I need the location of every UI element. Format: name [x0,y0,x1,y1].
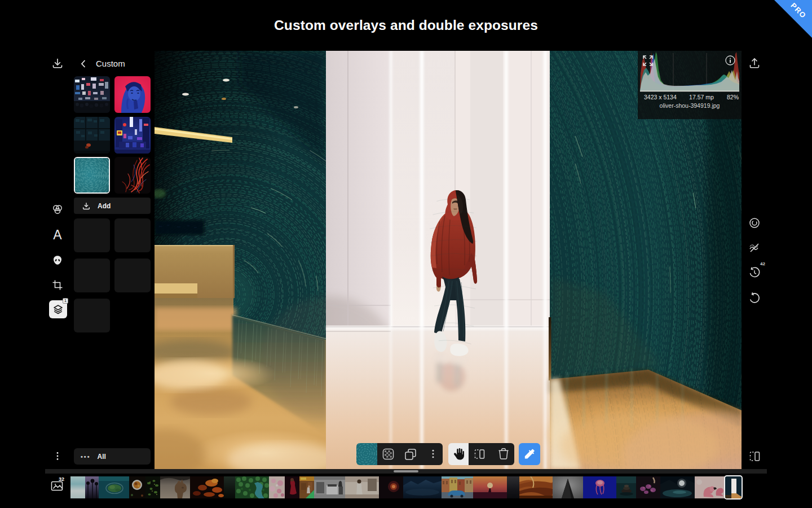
svg-text:32: 32 [59,476,64,482]
svg-text:82%: 82% [727,94,739,100]
svg-text:oliver-shou-394919.jpg: oliver-shou-394919.jpg [660,102,720,109]
svg-text:17.57 mp: 17.57 mp [689,94,714,100]
svg-text:3423 x 5134: 3423 x 5134 [644,94,677,100]
